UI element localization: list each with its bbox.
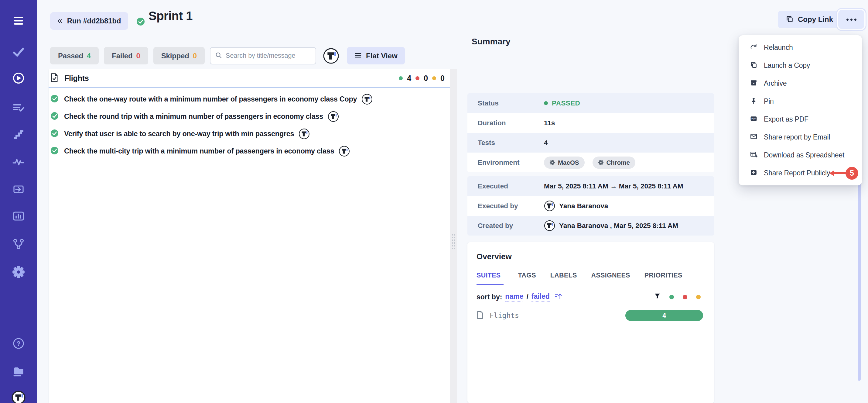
- assignee-avatar: [328, 111, 339, 122]
- git-branch-icon[interactable]: [11, 237, 26, 251]
- annotation-arrow-icon: [829, 170, 847, 177]
- resize-grip[interactable]: [451, 233, 456, 251]
- menu-icon[interactable]: [11, 13, 26, 28]
- menu-label: Export as PDF: [764, 115, 808, 123]
- tests-value: 4: [544, 139, 548, 147]
- import-icon[interactable]: [11, 182, 26, 197]
- help-icon[interactable]: ?: [11, 336, 26, 351]
- tab-priorities[interactable]: PRIORITIES: [645, 272, 682, 285]
- passed-count: 4: [87, 52, 91, 60]
- panel-resize-divider[interactable]: [450, 69, 457, 403]
- failed-label: Failed: [112, 52, 132, 60]
- sort-by-failed-link[interactable]: failed: [531, 292, 550, 301]
- assignee-avatar: [362, 94, 373, 105]
- analytics-pulse-icon[interactable]: [11, 155, 26, 169]
- user-avatar: [544, 200, 555, 211]
- executed-by-label: Executed by: [467, 202, 544, 210]
- environment-name: MacOS: [558, 159, 579, 166]
- tab-suites[interactable]: SUITES: [476, 272, 503, 285]
- menu-item-archive[interactable]: Archive: [739, 75, 862, 92]
- skipped-filter-dot[interactable]: [696, 295, 701, 299]
- suite-header-flights[interactable]: Flights 4 0 0: [49, 69, 450, 88]
- runs-play-circle-icon[interactable]: [11, 71, 26, 85]
- test-plans-list-check-icon[interactable]: [11, 100, 26, 115]
- share-email-icon: [750, 133, 757, 142]
- projects-folder-icon[interactable]: [11, 364, 26, 378]
- summary-row-executed: Executed Mar 5, 2025 8:11 AM → Mar 5, 20…: [467, 176, 714, 196]
- filter-funnel-icon[interactable]: [654, 293, 660, 301]
- reports-bar-chart-icon[interactable]: [11, 209, 26, 223]
- status-badge: PASSED: [552, 99, 580, 107]
- assignee-avatar: [339, 146, 350, 157]
- menu-item-export-pdf[interactable]: PDF Export as PDF: [739, 110, 862, 128]
- sort-ascending-icon[interactable]: [555, 293, 562, 301]
- search-input[interactable]: [226, 52, 311, 60]
- test-row[interactable]: Check the one-way route with a minimum n…: [49, 91, 450, 108]
- passed-filter-dot[interactable]: [670, 295, 674, 299]
- vertical-scrollbar[interactable]: [858, 172, 861, 381]
- summary-row-created-by: Created by Yana Baranova , Mar 5, 2025 8…: [467, 216, 714, 235]
- tab-assignees[interactable]: ASSIGNEES: [591, 272, 630, 285]
- executed-by-value: Yana Baranova: [559, 202, 608, 210]
- test-row[interactable]: Verify that user is able to search by on…: [49, 125, 450, 143]
- user-avatar-logo[interactable]: [11, 390, 26, 403]
- passed-dot: [399, 76, 403, 80]
- svg-text:PDF: PDF: [751, 117, 756, 120]
- duration-value: 11s: [544, 119, 555, 127]
- settings-gear-icon[interactable]: [11, 265, 26, 279]
- menu-item-download-spreadsheet[interactable]: Download as Spreadsheet: [739, 146, 862, 164]
- step-annotation: 5: [829, 167, 858, 180]
- filter-failed-chip[interactable]: Failed 0: [104, 47, 148, 64]
- summary-row-status: Status PASSED: [467, 93, 714, 113]
- flat-view-toggle[interactable]: Flat View: [347, 47, 405, 64]
- skipped-dot: [432, 76, 436, 80]
- milestones-steps-icon[interactable]: [11, 127, 26, 141]
- test-passed-check-icon: [51, 94, 59, 104]
- test-row[interactable]: Check the round trip with a minimum numb…: [49, 108, 450, 125]
- menu-label: Relaunch: [764, 44, 793, 52]
- environment-chip[interactable]: MacOS: [544, 156, 585, 169]
- passed-count-bar: 4: [625, 310, 703, 321]
- sort-by-name-link[interactable]: name: [505, 292, 523, 301]
- menu-item-relaunch[interactable]: Relaunch: [739, 38, 862, 57]
- menu-item-share-email[interactable]: Share report by Email: [739, 128, 862, 146]
- copy-icon: [785, 15, 794, 24]
- flat-view-label: Flat View: [366, 52, 398, 60]
- double-chevron-left-icon: «: [57, 16, 63, 25]
- tab-labels[interactable]: LABELS: [550, 272, 577, 285]
- tests-check-icon[interactable]: [11, 45, 26, 59]
- bar-value: 4: [662, 312, 666, 319]
- test-row[interactable]: Check the multi-city trip with a minimum…: [49, 143, 450, 160]
- suite-skipped-count: 0: [440, 74, 445, 83]
- test-title: Check the multi-city trip with a minimum…: [64, 147, 334, 155]
- launch-copy-icon: [750, 61, 757, 70]
- status-label: Status: [467, 99, 544, 107]
- executor-filter-avatar[interactable]: [323, 48, 339, 64]
- back-to-run-button[interactable]: « Run #dd2b81bd: [50, 12, 128, 30]
- menu-item-pin[interactable]: Pin: [739, 92, 862, 110]
- tab-tags[interactable]: TAGS: [518, 272, 536, 285]
- copy-link-button[interactable]: Copy Link: [778, 11, 840, 28]
- archive-icon: [750, 79, 757, 88]
- test-passed-check-icon: [51, 112, 59, 121]
- menu-item-launch-copy[interactable]: Launch a Copy: [739, 57, 862, 75]
- filter-passed-chip[interactable]: Passed 4: [50, 47, 99, 64]
- environment-chip[interactable]: Chrome: [592, 156, 636, 169]
- filter-skipped-chip[interactable]: Skipped 0: [153, 47, 205, 64]
- more-actions-button[interactable]: [838, 10, 864, 29]
- gear-icon: [550, 160, 555, 165]
- summary-table: Status PASSED Duration 11s Tests 4 Envir…: [467, 93, 714, 172]
- failed-filter-dot[interactable]: [683, 295, 687, 299]
- file-icon: [476, 311, 484, 321]
- menu-item-share-publicly[interactable]: Share Report Publicly 5: [739, 164, 862, 182]
- menu-label: Pin: [764, 97, 774, 106]
- back-button-label: Run #dd2b81bd: [67, 17, 121, 25]
- duration-label: Duration: [467, 119, 544, 127]
- gear-icon: [598, 160, 604, 165]
- menu-label: Download as Spreadsheet: [764, 151, 844, 159]
- overview-suite-row[interactable]: Flights 4: [476, 310, 705, 321]
- run-report-page: ? « Run #dd2b81bd Sprint 1 Copy Link Pas…: [0, 0, 868, 403]
- environment-name: Chrome: [607, 159, 630, 166]
- environment-label: Environment: [467, 159, 544, 167]
- suite-counts: 4 0 0: [399, 74, 445, 83]
